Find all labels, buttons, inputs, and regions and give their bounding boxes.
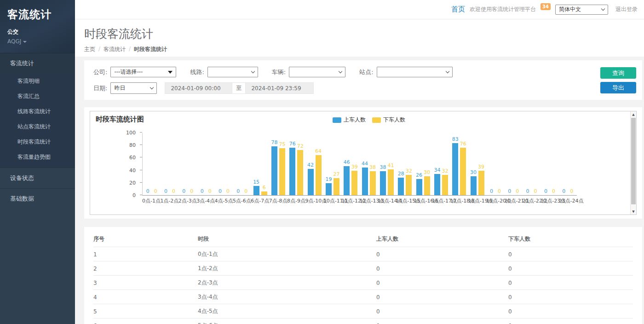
user-dropdown[interactable]: AQGJ (7, 38, 69, 45)
x-tick-label: 6点-7点 (251, 197, 269, 204)
filter-row-2: 日期: 昨日 2024-01-09 00:00 至 2024-01-09 23:… (93, 82, 634, 94)
station-select[interactable] (377, 67, 453, 77)
bar-value-label: 42 (307, 162, 314, 168)
bar-group: 2832 (396, 133, 414, 195)
query-button[interactable]: 查询 (600, 67, 636, 79)
bar-group: 00 (179, 133, 197, 195)
bar (416, 179, 422, 195)
sidebar-item-passenger-detail[interactable]: 客流明细 (0, 74, 75, 89)
vehicle-select[interactable] (289, 67, 345, 77)
bar-column: 32 (442, 168, 448, 195)
legend-item[interactable]: 上车人数 (333, 116, 366, 124)
x-tick-label: 12点-13点 (360, 197, 378, 204)
breadcrumb: 主页 / 客流统计 / 时段客流统计 (84, 46, 644, 53)
content-area: 公司: ---请选择--- 线路: 车辆: 站点: (75, 57, 644, 324)
bar-value-label: 0 (562, 189, 565, 194)
sidebar-item-trend-chart[interactable]: 客流量趋势图 (0, 150, 75, 165)
y-tick-label: 80 (129, 142, 136, 148)
company-select[interactable]: ---请选择--- (110, 67, 176, 77)
nav-section-device-status: 设备状态 (0, 168, 75, 188)
bar-group: 4639 (342, 133, 360, 195)
chevron-down-icon (601, 7, 605, 11)
table-row: 43点-4点00 (93, 290, 633, 304)
bar-value-label: 32 (406, 168, 412, 174)
bar-value-label: 0 (164, 189, 167, 194)
bar-value-label: 38 (369, 165, 376, 170)
bar-column: 19 (325, 177, 332, 195)
logout-link[interactable]: 退出登录 (615, 6, 638, 13)
x-tick-label: 20点-21点 (505, 197, 523, 204)
table-cell: 2点-3点 (198, 276, 376, 290)
sidebar-item-passenger-summary[interactable]: 客流汇总 (0, 89, 75, 104)
legend-swatch-icon (372, 117, 381, 123)
bar-column: 0 (524, 189, 531, 195)
sidebar-item-station-stats[interactable]: 站点客流统计 (0, 119, 75, 134)
bar-column: 0 (199, 189, 205, 195)
bar (308, 169, 314, 195)
bar-column: 0 (506, 189, 513, 195)
sidebar-item-period-stats[interactable]: 时段客流统计 (0, 134, 75, 150)
table-cell: 0 (376, 318, 508, 324)
scrollbar-thumb[interactable] (631, 118, 636, 204)
bar (434, 174, 440, 195)
table-cell: 0 (376, 261, 508, 276)
bar-column: 28 (398, 171, 404, 195)
sidebar-item-device-status[interactable]: 设备状态 (0, 168, 75, 188)
bar-column: 0 (243, 189, 249, 195)
bar (478, 171, 484, 195)
table-cell: 4 (93, 290, 198, 304)
company-select-value: ---请选择--- (114, 68, 143, 76)
breadcrumb-passenger-stats[interactable]: 客流统计 (104, 46, 126, 53)
language-select-value: 简体中文 (559, 6, 581, 13)
x-tick-label: 16点-17点 (432, 197, 450, 204)
sidebar-item-passenger-stats[interactable]: 客流统计 (0, 53, 75, 74)
sidebar-item-base-data[interactable]: 基础数据 (0, 189, 75, 209)
bar-column: 0 (532, 189, 539, 195)
legend-item[interactable]: 下车人数 (372, 116, 405, 124)
bar-column: 0 (162, 189, 169, 195)
table-cell: 0 (376, 247, 508, 261)
data-table-panel: 序号时段上车人数下车人数 10点-1点0021点-2点0032点-3点0043点… (84, 227, 642, 324)
language-select[interactable]: 简体中文 (555, 5, 608, 15)
table-cell: 1 (93, 247, 198, 261)
x-tick-label: 22点-23点 (540, 197, 558, 204)
date-start-input[interactable]: 2024-01-09 00:00 (165, 82, 232, 94)
x-tick-label: 3点-4点 (196, 197, 214, 204)
bar (316, 155, 322, 195)
bar-column: 26 (416, 173, 422, 195)
x-tick-label: 9点-10点 (305, 197, 323, 204)
y-tick-mark (140, 182, 142, 183)
bar-column: 46 (344, 160, 350, 195)
bar-value-label: 0 (190, 189, 193, 194)
bar-column: 30 (424, 170, 430, 195)
table-cell: 0 (508, 261, 633, 276)
bar-column: 0 (224, 189, 231, 195)
bar-value-label: 75 (279, 142, 285, 147)
date-preset-select[interactable]: 昨日 (110, 82, 157, 94)
scroll-down-icon[interactable]: ▼ (631, 208, 636, 214)
sidebar-item-line-stats[interactable]: 线路客流统计 (0, 104, 75, 119)
app-window: 客流统计 公交 AQGJ 客流统计 客流明细 客流汇总 线路客流统计 站点客流统… (0, 0, 644, 324)
home-link[interactable]: 首页 (451, 5, 465, 14)
bar-group: 8376 (450, 133, 468, 195)
chart-vertical-scrollbar[interactable]: ▲ ▼ (630, 111, 636, 214)
export-button[interactable]: 导出 (600, 82, 636, 93)
bar-column: 76 (289, 141, 296, 195)
x-tick-label: 1点-2点 (160, 197, 178, 204)
bar (271, 146, 277, 195)
bar (253, 186, 259, 195)
bar (398, 178, 404, 195)
breadcrumb-current: 时段客流统计 (134, 46, 167, 53)
bar-column: 30 (470, 170, 477, 195)
legend-label: 上车人数 (344, 116, 366, 124)
line-select[interactable] (207, 67, 258, 77)
date-end-input[interactable]: 2024-01-09 23:59 (245, 82, 314, 94)
bar-value-label: 0 (172, 189, 175, 194)
page-heading: 时段客流统计 主页 / 客流统计 / 时段客流统计 (75, 19, 644, 57)
x-tick-label: 23点-24点 (559, 197, 577, 204)
bar-value-label: 0 (208, 189, 212, 194)
scroll-up-icon[interactable]: ▲ (631, 111, 636, 117)
breadcrumb-home[interactable]: 主页 (84, 46, 95, 53)
bar-column: 41 (387, 163, 394, 195)
bar-value-label: 34 (434, 168, 440, 173)
